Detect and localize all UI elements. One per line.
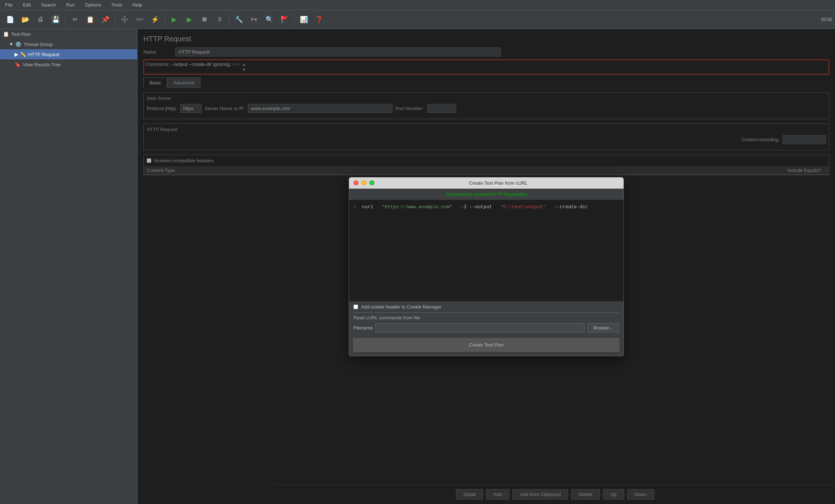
search-toolbar-button[interactable]: 🔍 bbox=[262, 12, 277, 27]
modal-minimize-button[interactable] bbox=[361, 180, 366, 185]
menu-help[interactable]: Help bbox=[130, 1, 144, 8]
modal-overlay: Create Test Plan from cURL Successfully … bbox=[138, 29, 835, 504]
browse-button[interactable]: Browse... bbox=[587, 323, 619, 332]
shutdown-button[interactable]: ⏸ bbox=[213, 12, 227, 27]
threadgroup-label: Thread Group bbox=[24, 42, 53, 47]
new-button[interactable]: 📄 bbox=[3, 12, 17, 27]
cookie-checkbox-row: Add cookie header to Cookie Manager bbox=[349, 301, 624, 312]
sidebar-item-viewresultstree[interactable]: 🔖 View Results Tree bbox=[0, 59, 137, 70]
curl-modal: Create Test Plan from cURL Successfully … bbox=[349, 177, 624, 356]
curl-path: "C:\test\output" bbox=[500, 204, 546, 210]
filename-input[interactable] bbox=[375, 323, 584, 332]
file-row: Filename Browse... bbox=[353, 323, 619, 332]
print-button[interactable]: 🖨 bbox=[33, 12, 48, 27]
menu-tools[interactable]: Tools bbox=[109, 1, 124, 8]
report-button[interactable]: 📊 bbox=[297, 12, 311, 27]
modal-titlebar: Create Test Plan from cURL bbox=[349, 177, 624, 189]
flag-button[interactable]: 🚩 bbox=[277, 12, 292, 27]
curl-flags: -I --output bbox=[461, 204, 492, 210]
httprequest-icon: ▶ ✏️ bbox=[14, 51, 26, 57]
menu-file[interactable]: File bbox=[3, 1, 15, 8]
code-line-numbers: 1 bbox=[353, 204, 356, 297]
menubar: File Edit Search Run Options Tools Help bbox=[0, 0, 835, 10]
timer-display: 00:00 bbox=[821, 17, 832, 22]
tools-button[interactable]: 🔧 bbox=[232, 12, 246, 27]
separator4 bbox=[229, 14, 230, 25]
separator3 bbox=[164, 14, 165, 25]
curl-url: "https://www.example.com" bbox=[382, 204, 452, 210]
cut-button[interactable]: ✂ bbox=[68, 12, 82, 27]
testplan-icon: 📋 bbox=[3, 31, 9, 37]
file-section-label: Read cURL commands from file bbox=[353, 312, 619, 320]
modal-code-area[interactable]: 1 curl "https://www.example.com" -I --ou… bbox=[349, 200, 624, 301]
code-content: curl "https://www.example.com" -I --outp… bbox=[362, 204, 619, 297]
cookie-checkbox[interactable] bbox=[353, 304, 358, 309]
save-button[interactable]: 💾 bbox=[49, 12, 63, 27]
menu-options[interactable]: Options bbox=[83, 1, 103, 8]
cookie-checkbox-label: Add cookie header to Cookie Manager bbox=[361, 304, 441, 310]
start-nopause-button[interactable]: ▶ bbox=[182, 12, 197, 27]
stop-button[interactable]: ⏹ bbox=[197, 12, 212, 27]
threadgroup-icon: ▼ ⚙️ bbox=[9, 41, 21, 47]
sidebar: 📋 Test Plan ▼ ⚙️ Thread Group ▶ ✏️ HTTP … bbox=[0, 29, 138, 504]
curl-extra: --create-dir bbox=[554, 204, 588, 210]
separator2 bbox=[115, 14, 115, 25]
curl-keyword: curl bbox=[362, 204, 373, 210]
viewresultstree-icon: 🔖 bbox=[14, 62, 21, 67]
modal-maximize-button[interactable] bbox=[369, 180, 374, 185]
remove-button[interactable]: ➖ bbox=[133, 12, 147, 27]
sidebar-item-httprequest[interactable]: ▶ ✏️ HTTP Request bbox=[0, 49, 137, 59]
main-layout: 📋 Test Plan ▼ ⚙️ Thread Group ▶ ✏️ HTTP … bbox=[0, 29, 835, 504]
add-button[interactable]: ➕ bbox=[117, 12, 132, 27]
sidebar-item-threadgroup[interactable]: ▼ ⚙️ Thread Group bbox=[0, 39, 137, 49]
separator1 bbox=[65, 14, 66, 25]
menu-run[interactable]: Run bbox=[64, 1, 77, 8]
httprequest-label: HTTP Request bbox=[28, 52, 59, 57]
run-short-button[interactable]: ⚡ bbox=[148, 12, 162, 27]
toolbar: 📄 📂 🖨 💾 ✂ 📋 📌 ➕ ➖ ⚡ ▶ ▶ ⏹ ⏸ 🔧 🗝 🔍 🚩 📊 ❓ … bbox=[0, 10, 835, 29]
menu-search[interactable]: Search bbox=[39, 1, 58, 8]
sidebar-item-testplan[interactable]: 📋 Test Plan bbox=[0, 29, 137, 39]
viewresultstree-label: View Results Tree bbox=[23, 62, 61, 67]
copy-button[interactable]: 📋 bbox=[83, 12, 97, 27]
content-area: HTTP Request Name: Comments: --output --… bbox=[138, 29, 835, 504]
help-button[interactable]: ❓ bbox=[312, 12, 326, 27]
key-button[interactable]: 🗝 bbox=[247, 12, 261, 27]
create-testplan-button[interactable]: Create Test Plan bbox=[353, 338, 619, 352]
modal-success-message: Successfully created HTTP Request(s) bbox=[349, 189, 624, 200]
filename-label: Filename bbox=[353, 325, 373, 331]
file-section: Read cURL commands from file Filename Br… bbox=[349, 312, 624, 335]
start-button[interactable]: ▶ bbox=[167, 12, 181, 27]
paste-button[interactable]: 📌 bbox=[98, 12, 113, 27]
testplan-label: Test Plan bbox=[11, 32, 30, 37]
menu-edit[interactable]: Edit bbox=[21, 1, 33, 8]
modal-close-button[interactable] bbox=[353, 180, 358, 185]
modal-title: Create Test Plan from cURL bbox=[377, 180, 619, 186]
open-button[interactable]: 📂 bbox=[18, 12, 33, 27]
separator5 bbox=[294, 14, 294, 25]
